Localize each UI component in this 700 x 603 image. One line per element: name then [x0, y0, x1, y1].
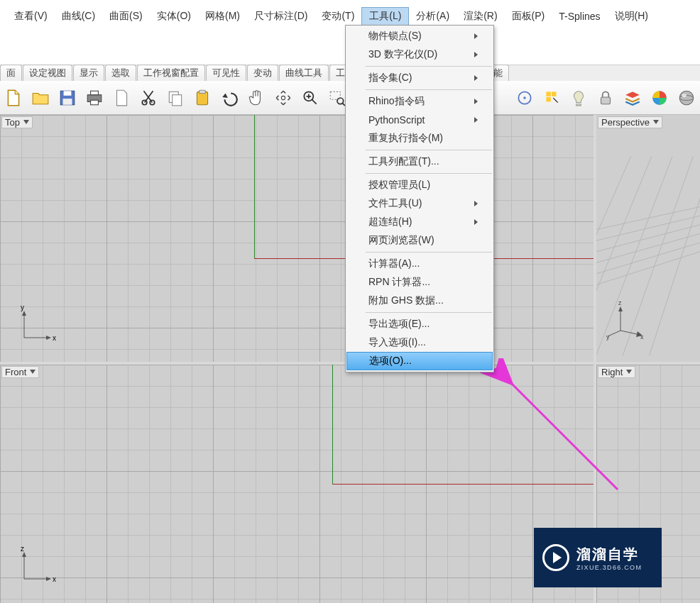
menu-item[interactable]: Rhino指令码	[346, 92, 493, 111]
menu-面板p[interactable]: 面板(P)	[505, 8, 552, 25]
menu-t-splines[interactable]: T-Splines	[552, 9, 607, 24]
menu-曲面s[interactable]: 曲面(S)	[102, 8, 150, 25]
tab-item[interactable]: 可见性	[206, 65, 246, 81]
viewport-label-perspective[interactable]: Perspective	[598, 116, 662, 128]
viewport-top[interactable]: Top x y	[0, 115, 594, 362]
tab-item[interactable]: 面	[0, 65, 22, 81]
menu-item[interactable]: 超连结(H)	[346, 213, 493, 231]
menu-item[interactable]: 工具列配置(T)...	[346, 153, 493, 171]
menu-item[interactable]: RPN 计算器...	[346, 273, 493, 292]
svg-rect-19	[546, 92, 551, 96]
menu-item[interactable]: 3D 数字化仪(D)	[346, 45, 493, 64]
menu-item[interactable]: 指令集(C)	[346, 69, 493, 87]
svg-point-24	[679, 91, 694, 105]
menu-item[interactable]: 物件锁点(S)	[346, 27, 493, 45]
menu-item[interactable]: 导出选项(E)...	[346, 315, 493, 333]
chevron-down-icon	[653, 120, 659, 126]
tab-item[interactable]: 设定视图	[23, 65, 72, 81]
submenu-arrow-icon	[474, 52, 478, 57]
svg-line-29	[596, 218, 700, 329]
menu-item[interactable]: 授权管理员(L)	[346, 176, 493, 194]
menu-渲染r[interactable]: 渲染(R)	[456, 8, 504, 25]
tab-item[interactable]: 曲线工具	[279, 65, 329, 81]
menubar: 查看(V)曲线(C)曲面(S)实体(O)网格(M)尺寸标注(D)变动(T)工具(…	[0, 7, 700, 26]
tab-item[interactable]: 显示	[73, 65, 104, 81]
menu-查看v[interactable]: 查看(V)	[7, 8, 55, 25]
submenu-arrow-icon	[474, 33, 478, 39]
open-file-icon[interactable]	[28, 86, 53, 110]
menu-item[interactable]: PythonScript	[346, 111, 493, 129]
menu-网格m[interactable]: 网格(M)	[198, 8, 247, 25]
new-file-icon[interactable]	[1, 86, 26, 110]
menu-item[interactable]: 附加 GHS 数据...	[346, 292, 493, 310]
construction-plane-icon[interactable]	[540, 86, 564, 110]
menu-separator	[366, 173, 492, 174]
play-icon	[542, 544, 569, 571]
svg-line-39	[638, 156, 700, 355]
undo-icon[interactable]	[217, 86, 241, 110]
svg-point-26	[682, 94, 687, 96]
color-wheel-icon[interactable]	[647, 86, 672, 110]
svg-rect-4	[91, 91, 99, 94]
sphere-icon[interactable]	[674, 86, 699, 110]
menu-item[interactable]: 网页浏览器(W)	[346, 231, 493, 250]
perspective-grid	[596, 115, 700, 355]
chevron-down-icon	[626, 370, 632, 375]
chevron-down-icon	[30, 370, 35, 375]
menu-工具l[interactable]: 工具(L)	[361, 7, 409, 26]
light-icon[interactable]	[567, 86, 591, 110]
print-icon[interactable]	[82, 86, 106, 110]
tab-item[interactable]: 变动	[247, 65, 278, 81]
zoom-in-icon[interactable]	[298, 86, 322, 110]
watermark: 溜溜自学 ZIXUE.3D66.COM	[534, 528, 662, 587]
svg-line-30	[596, 211, 700, 315]
document-icon[interactable]	[109, 86, 133, 110]
svg-rect-21	[546, 96, 551, 101]
menu-separator	[366, 312, 492, 313]
menu-实体o[interactable]: 实体(O)	[150, 8, 198, 25]
viewport-label-top[interactable]: Top	[1, 116, 33, 128]
svg-rect-10	[197, 92, 207, 104]
menu-分析a[interactable]: 分析(A)	[409, 8, 456, 25]
menu-separator	[366, 150, 492, 150]
viewport-perspective[interactable]: Perspective x z y	[596, 115, 700, 362]
menu-说明h[interactable]: 说明(H)	[608, 8, 655, 25]
svg-rect-11	[199, 90, 206, 93]
layers-icon[interactable]	[620, 86, 645, 110]
chevron-down-icon	[23, 120, 29, 126]
svg-rect-2	[63, 99, 72, 105]
menu-item[interactable]: 文件工具(U)	[346, 194, 493, 213]
copy-icon[interactable]	[163, 86, 187, 110]
svg-line-33	[596, 191, 700, 274]
save-icon[interactable]	[55, 86, 80, 110]
menu-尺寸标注d[interactable]: 尺寸标注(D)	[247, 8, 315, 25]
menu-separator	[366, 89, 492, 90]
menu-曲线c[interactable]: 曲线(C)	[55, 8, 102, 25]
title-bar	[0, 0, 700, 7]
paste-icon[interactable]	[190, 86, 214, 110]
menu-item[interactable]: 计算器(A)...	[346, 255, 493, 273]
svg-rect-22	[601, 96, 611, 104]
menu-变动t[interactable]: 变动(T)	[315, 8, 361, 25]
svg-line-32	[596, 198, 700, 288]
pan-icon[interactable]	[244, 86, 268, 110]
menu-separator	[366, 252, 492, 253]
tab-item[interactable]: 选取	[105, 65, 136, 81]
menu-item[interactable]: 导入选项(I)...	[346, 333, 493, 352]
svg-rect-1	[64, 91, 72, 96]
viewport-label-front[interactable]: Front	[1, 366, 39, 378]
cut-icon[interactable]	[136, 86, 160, 110]
circle-tool-icon[interactable]	[513, 86, 537, 110]
svg-point-15	[337, 98, 344, 104]
menu-item[interactable]: 重复执行指令(M)	[346, 129, 493, 148]
viewport-front[interactable]: Front x z	[0, 365, 594, 603]
lock-icon[interactable]	[594, 86, 618, 110]
submenu-arrow-icon	[474, 99, 478, 104]
tab-item[interactable]: 工作视窗配置	[137, 65, 205, 81]
watermark-brand: 溜溜自学	[576, 545, 642, 564]
submenu-arrow-icon	[474, 219, 478, 225]
svg-rect-5	[91, 100, 99, 105]
viewport-label-right[interactable]: Right	[598, 366, 635, 378]
menu-item[interactable]: 选项(O)...	[346, 352, 493, 370]
rotate-view-icon[interactable]	[271, 86, 295, 110]
